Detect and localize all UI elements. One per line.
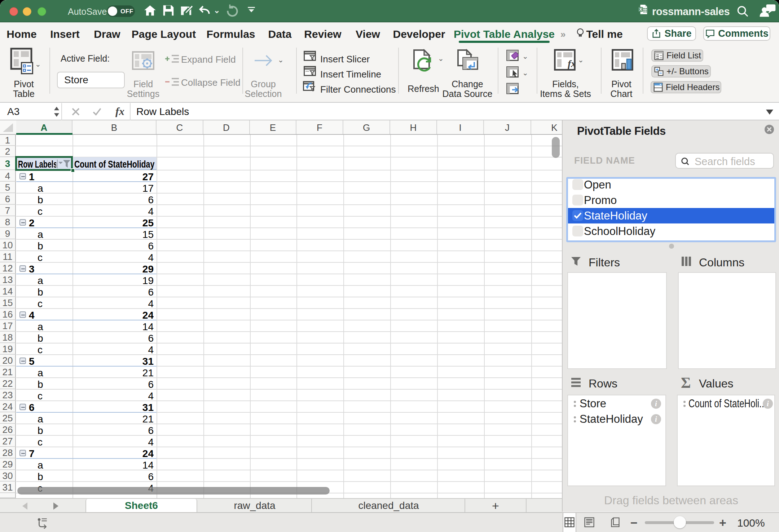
svg-text:X: X — [639, 7, 642, 12]
svg-text:fx: fx — [568, 58, 576, 69]
